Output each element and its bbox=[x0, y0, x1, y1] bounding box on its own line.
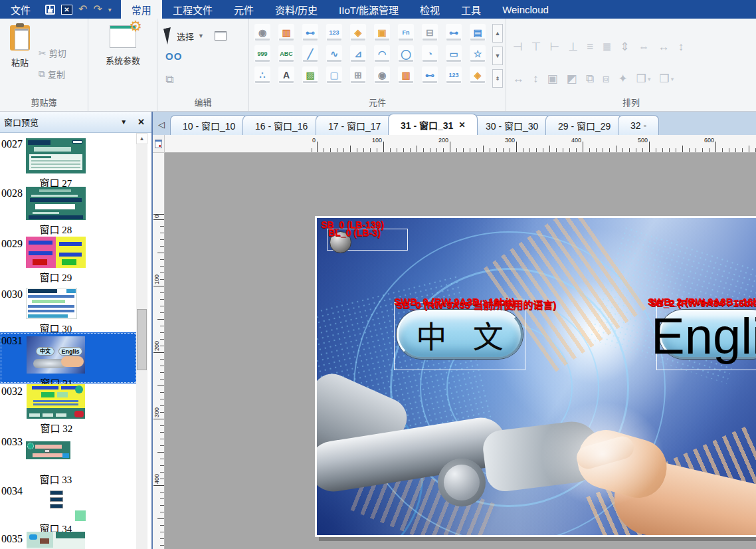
window-list-item-0031[interactable]: 0031中文Englis窗口 31 bbox=[0, 332, 137, 384]
table-icon[interactable]: ⊞ bbox=[350, 66, 366, 84]
decoration: Englis bbox=[58, 347, 82, 356]
expand-gallery-icon[interactable]: ⇟ bbox=[492, 69, 503, 88]
tab-close-icon[interactable]: ✕ bbox=[458, 120, 465, 130]
copy-button[interactable]: ⧉ 复制 bbox=[39, 68, 65, 80]
menu-tab-3[interactable]: 元件 bbox=[223, 0, 264, 19]
freehand-icon[interactable]: ∿ bbox=[326, 45, 342, 62]
function-key2-icon[interactable]: ◈ bbox=[470, 66, 486, 84]
component-icon-grid: ◉▥⊷123◈▣Fn⊟⊶▤999ABC╱∿⊿◠◯◔▭☆∴A▨▢⊞◉▥⊷123◈ bbox=[254, 24, 491, 84]
panel-dropdown-icon[interactable]: ▼ bbox=[120, 118, 127, 126]
select-dropdown-icon[interactable]: ▼ bbox=[198, 33, 204, 39]
document-tab-16-窗口_16[interactable]: 16 - 窗口_16 bbox=[242, 115, 320, 135]
window-thumbnail-0032[interactable] bbox=[27, 384, 85, 419]
address-label: BL_0 (LB-3) bbox=[328, 227, 381, 238]
export-icon[interactable]: ✕ bbox=[61, 5, 72, 15]
menu-tab-4[interactable]: 资料/历史 bbox=[264, 0, 328, 19]
redo-icon[interactable]: ↷ bbox=[93, 4, 102, 15]
menu-tab-2[interactable]: 工程文件 bbox=[162, 0, 223, 19]
paste-button[interactable]: 粘贴 bbox=[5, 25, 35, 86]
window-thumbnail-0033[interactable] bbox=[26, 441, 70, 459]
menu-tab-8[interactable]: Weincloud bbox=[492, 0, 559, 19]
window-list-item-0029[interactable]: 0029窗口 29 bbox=[0, 235, 137, 286]
window-thumbnail-0029[interactable] bbox=[26, 237, 86, 268]
window-list-item-0032[interactable]: 0032窗口 32 bbox=[0, 383, 137, 432]
word-lamp-icon[interactable]: ▥ bbox=[278, 24, 294, 41]
numeric-icon[interactable]: Fn bbox=[398, 24, 414, 41]
window-list-item-0034[interactable]: 0034窗口 34 bbox=[0, 483, 137, 530]
circle-icon[interactable]: ◯ bbox=[398, 45, 414, 62]
window-thumbnail-0027[interactable] bbox=[26, 138, 86, 173]
select-button[interactable]: 选择 bbox=[177, 30, 194, 43]
set-word-icon[interactable]: 123 bbox=[326, 24, 342, 41]
scatter-icon[interactable]: ∴ bbox=[254, 66, 270, 84]
ruler-corner-button[interactable] bbox=[153, 135, 165, 153]
rectangle-icon[interactable]: ▭ bbox=[446, 45, 462, 62]
combo-button-icon[interactable]: ⊟ bbox=[422, 24, 438, 41]
line-icon[interactable]: ╱ bbox=[302, 45, 318, 62]
window-list-item-0028[interactable]: 0028窗口 28 bbox=[0, 185, 137, 235]
arc-icon[interactable]: ◠ bbox=[374, 45, 390, 62]
window-thumbnail-0028[interactable] bbox=[26, 187, 86, 220]
picture-icon[interactable]: ▨ bbox=[302, 66, 318, 84]
document-tab-30-窗口_30[interactable]: 30 - 窗口_30 bbox=[473, 115, 551, 135]
cut-button[interactable]: ✂ 剪切 bbox=[39, 47, 66, 59]
star-icon[interactable]: ☆ bbox=[470, 45, 486, 62]
file-menu[interactable]: 文件 bbox=[0, 0, 45, 19]
numeric-display-icon[interactable]: 999 bbox=[254, 45, 270, 62]
window-thumbnail-0034[interactable] bbox=[50, 491, 63, 508]
scroll-down-icon[interactable]: ▼ bbox=[492, 47, 503, 65]
window-thumbnail-0030[interactable] bbox=[26, 288, 77, 319]
option-list-icon[interactable]: ▤ bbox=[470, 24, 486, 41]
design-workspace[interactable]: SB_0 (LB-139)BL_0 (LB-3) 中 文 SWB_0 (RW-9… bbox=[165, 153, 756, 549]
multi-select-icon[interactable]: OO bbox=[165, 51, 182, 62]
document-tab-32-[interactable]: 32 - bbox=[618, 115, 659, 135]
panel-close-icon[interactable]: ✕ bbox=[138, 117, 145, 127]
save-icon[interactable] bbox=[45, 5, 55, 15]
set-word2-icon[interactable]: 123 bbox=[446, 66, 462, 84]
ascii-display-icon[interactable]: ABC bbox=[278, 45, 294, 62]
same-width-icon: ↔ bbox=[513, 72, 524, 86]
tab-scroll-left-icon[interactable]: ◁ bbox=[153, 120, 170, 135]
menu-tab-7[interactable]: 工具 bbox=[450, 0, 492, 19]
polyline-icon[interactable]: ⊿ bbox=[350, 45, 366, 62]
set-bit2-icon[interactable]: ⊷ bbox=[422, 66, 438, 84]
system-parameters-button[interactable]: 系统参数 bbox=[98, 25, 148, 66]
window-list-item-0033[interactable]: 0033窗口 33 bbox=[0, 433, 137, 483]
duplicate-icon[interactable]: ⧉ bbox=[165, 73, 173, 86]
sidebar-scrollbar[interactable]: ▲ bbox=[136, 133, 147, 549]
set-bit-icon[interactable]: ⊷ bbox=[302, 24, 318, 41]
pie-icon[interactable]: ◔ bbox=[422, 45, 438, 62]
align-bottom-icon: ≣ bbox=[602, 40, 611, 54]
scroll-up-icon[interactable]: ▲ bbox=[492, 24, 503, 43]
chinese-language-button[interactable]: 中 文 bbox=[397, 310, 523, 359]
text-icon[interactable]: A bbox=[278, 66, 294, 84]
menu-tab-5[interactable]: IIoT/能源管理 bbox=[328, 0, 409, 19]
window-thumbnail-0035[interactable] bbox=[27, 532, 85, 549]
bit-lamp-icon[interactable]: ◉ bbox=[254, 24, 270, 41]
function-key-icon[interactable]: ◈ bbox=[350, 24, 366, 41]
ruler-v-label-0: 0 bbox=[153, 202, 161, 218]
scrollbar-thumb[interactable] bbox=[137, 309, 147, 370]
window-list-item-0027[interactable]: 0027窗口 27 bbox=[0, 136, 137, 185]
more-icon[interactable]: ▾ bbox=[108, 6, 112, 13]
window-list-item-0030[interactable]: 0030窗口 30 bbox=[0, 286, 137, 332]
word-lamp2-icon[interactable]: ▥ bbox=[398, 66, 414, 84]
document-tab-10-窗口_10[interactable]: 10 - 窗口_10 bbox=[170, 115, 248, 135]
document-tab-17-窗口_17[interactable]: 17 - 窗口_17 bbox=[316, 115, 393, 135]
frame-icon[interactable]: ▢ bbox=[326, 66, 342, 84]
toggle-switch-icon[interactable]: ▣ bbox=[374, 24, 390, 41]
background-photo-robot-handshake: SB_0 (LB-139)BL_0 (LB-3) 中 文 SWB_0 (RW-9… bbox=[317, 218, 756, 535]
undo-icon[interactable]: ↶ bbox=[78, 4, 87, 15]
window-list-item-0035[interactable]: 0035 bbox=[0, 530, 137, 549]
document-tab-31-窗口_31[interactable]: 31 - 窗口_31✕ bbox=[388, 114, 478, 135]
slider-icon[interactable]: ⊶ bbox=[446, 24, 462, 41]
menu-tab-1[interactable]: 常用 bbox=[121, 0, 162, 19]
scrollbar-up-icon[interactable]: ▲ bbox=[136, 133, 147, 144]
window-copy-icon[interactable] bbox=[215, 31, 227, 41]
window-thumbnail-0031[interactable]: 中文Englis bbox=[27, 336, 85, 374]
decoration bbox=[28, 289, 57, 293]
design-page-window-31[interactable]: SB_0 (LB-139)BL_0 (LB-3) 中 文 SWB_0 (RW-9… bbox=[315, 216, 756, 537]
bit-lamp2-icon[interactable]: ◉ bbox=[374, 66, 390, 84]
menu-tab-6[interactable]: 检视 bbox=[409, 0, 450, 19]
document-tab-29-窗口_29[interactable]: 29 - 窗口_29 bbox=[545, 115, 623, 135]
